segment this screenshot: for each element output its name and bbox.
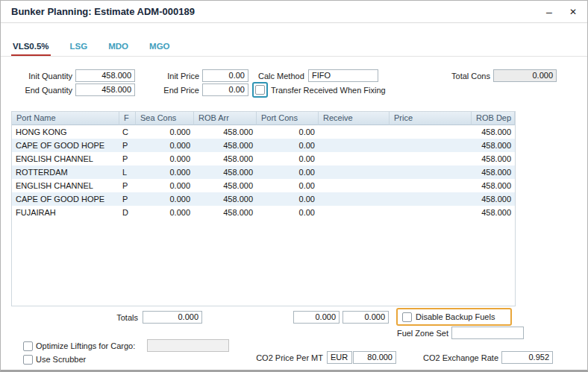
cell-port-name: FUJAIRAH xyxy=(12,206,119,219)
minimize-icon[interactable]: – xyxy=(538,1,560,23)
cell-port-name: HONG KONG xyxy=(12,125,119,139)
use-scrubber-label: Use Scrubber xyxy=(36,353,86,366)
cell-rob-dep: 458.000 xyxy=(472,152,515,165)
total-cons-field: 0.000 xyxy=(493,69,557,82)
totals-label: Totals xyxy=(75,312,138,324)
cell-f: D xyxy=(119,206,136,219)
col-header-receive[interactable]: Receive xyxy=(319,112,390,125)
cell-price xyxy=(390,206,472,219)
cell-price xyxy=(390,165,472,179)
calc-method-field[interactable]: FIFO xyxy=(308,69,378,82)
cell-rob-dep: 458.000 xyxy=(472,206,515,219)
co2-price-field[interactable]: 80.000 xyxy=(353,351,396,364)
cell-rob-arr: 458.000 xyxy=(194,165,257,179)
col-header-port-name[interactable]: Port Name xyxy=(12,112,119,125)
transfer-received-highlight xyxy=(252,82,268,98)
disable-backup-fuels-checkbox[interactable] xyxy=(402,312,412,322)
tab-vls05[interactable]: VLS0.5% xyxy=(11,42,51,56)
cell-port-cons: 0.00 xyxy=(257,179,319,192)
col-header-price[interactable]: Price xyxy=(390,112,472,125)
bunker-ports-table: Port Name F Sea Cons ROB Arr Port Cons R… xyxy=(11,111,516,306)
tab-mdo[interactable]: MDO xyxy=(107,42,130,56)
cell-rob-dep: 458.000 xyxy=(472,139,515,152)
cell-rob-arr: 458.000 xyxy=(194,192,257,206)
cell-price xyxy=(390,192,472,206)
cell-f: P xyxy=(119,139,136,152)
fuel-zone-set-field[interactable] xyxy=(451,327,524,339)
cell-price xyxy=(390,152,472,165)
cell-port-name: ENGLISH CHANNEL xyxy=(12,152,119,165)
optimize-liftings-label: Optimize Liftings for Cargo: xyxy=(36,340,135,353)
cell-rob-arr: 458.000 xyxy=(194,125,257,139)
transfer-received-label: Transfer Received When Fixing xyxy=(271,84,386,97)
bunker-planning-dialog: Bunker Planning: Estimate ADM-000189 – ✕… xyxy=(0,0,588,372)
cell-sea-cons: 0.000 xyxy=(136,152,194,165)
col-header-f[interactable]: F xyxy=(119,112,136,125)
dialog-title: Bunker Planning: Estimate ADM-000189 xyxy=(11,1,195,23)
cell-receive xyxy=(319,125,390,139)
cell-sea-cons: 0.000 xyxy=(136,165,194,179)
table-row[interactable]: FUJAIRAH D 0.000 458.000 0.00 458.000 xyxy=(12,206,515,219)
fuel-zone-set-label: Fuel Zone Set xyxy=(374,327,448,340)
cell-rob-arr: 458.000 xyxy=(194,139,257,152)
init-price-label: Init Price xyxy=(150,70,199,83)
totals-port-cons-field: 0.000 xyxy=(293,311,340,324)
cell-port-cons: 0.00 xyxy=(257,206,319,219)
table-header-row: Port Name F Sea Cons ROB Arr Port Cons R… xyxy=(12,112,515,125)
cell-f: C xyxy=(119,125,136,139)
cell-port-cons: 0.00 xyxy=(257,125,319,139)
end-price-field[interactable]: 0.00 xyxy=(202,83,248,96)
disable-backup-fuels-highlight: Disable Backup Fuels xyxy=(396,308,512,326)
cell-price xyxy=(390,179,472,192)
cell-port-name: CAPE OF GOOD HOPE xyxy=(12,139,119,152)
close-icon[interactable]: ✕ xyxy=(562,1,584,23)
table-row[interactable]: ENGLISH CHANNEL P 0.000 458.000 0.00 458… xyxy=(12,152,515,165)
total-cons-label: Total Cons xyxy=(434,70,490,83)
end-quantity-field[interactable]: 458.000 xyxy=(75,83,135,96)
use-scrubber-checkbox[interactable] xyxy=(23,355,33,365)
cell-f: P xyxy=(119,179,136,192)
col-header-port-cons[interactable]: Port Cons xyxy=(257,112,319,125)
cell-rob-arr: 458.000 xyxy=(194,206,257,219)
cell-price xyxy=(390,139,472,152)
cell-sea-cons: 0.000 xyxy=(136,179,194,192)
co2-price-label: CO2 Price Per MT xyxy=(254,352,323,365)
table-row[interactable]: ENGLISH CHANNEL P 0.000 458.000 0.00 458… xyxy=(12,179,515,192)
cell-port-name: CAPE OF GOOD HOPE xyxy=(12,192,119,206)
cell-port-cons: 0.00 xyxy=(257,139,319,152)
cell-port-name: ENGLISH CHANNEL xyxy=(12,179,119,192)
cell-rob-dep: 458.000 xyxy=(472,125,515,139)
tab-mgo[interactable]: MGO xyxy=(148,42,171,56)
cell-receive xyxy=(319,179,390,192)
fuel-tabs: VLS0.5% LSG MDO MGO xyxy=(11,42,172,56)
table-row[interactable]: ROTTERDAM L 0.000 458.000 0.00 458.000 xyxy=(12,165,515,179)
table-row[interactable]: CAPE OF GOOD HOPE P 0.000 458.000 0.00 4… xyxy=(12,192,515,206)
cell-f: P xyxy=(119,152,136,165)
co2-exchange-rate-field[interactable]: 0.952 xyxy=(501,351,553,364)
cell-receive xyxy=(319,152,390,165)
col-header-sea-cons[interactable]: Sea Cons xyxy=(136,112,194,125)
cell-port-cons: 0.00 xyxy=(257,192,319,206)
totals-sea-cons-field: 0.000 xyxy=(143,311,202,324)
optimize-liftings-checkbox[interactable] xyxy=(23,341,33,351)
optimize-liftings-field xyxy=(147,339,229,352)
cell-receive xyxy=(319,206,390,219)
co2-currency-field[interactable]: EUR xyxy=(327,351,352,364)
transfer-received-checkbox[interactable] xyxy=(255,85,265,95)
cell-receive xyxy=(319,192,390,206)
cell-rob-arr: 458.000 xyxy=(194,179,257,192)
table-row[interactable]: HONG KONG C 0.000 458.000 0.00 458.000 xyxy=(12,125,515,139)
co2-exchange-rate-label: CO2 Exchange Rate xyxy=(422,352,498,365)
col-header-rob-dep[interactable]: ROB Dep xyxy=(472,112,515,125)
init-price-field[interactable]: 0.00 xyxy=(202,69,248,82)
init-quantity-label: Init Quantity xyxy=(16,70,72,83)
table-row[interactable]: CAPE OF GOOD HOPE P 0.000 458.000 0.00 4… xyxy=(12,139,515,152)
cell-f: L xyxy=(119,165,136,179)
cell-port-cons: 0.00 xyxy=(257,152,319,165)
init-quantity-field[interactable]: 458.000 xyxy=(75,69,135,82)
col-header-rob-arr[interactable]: ROB Arr xyxy=(194,112,257,125)
cell-sea-cons: 0.000 xyxy=(136,125,194,139)
tab-lsg[interactable]: LSG xyxy=(69,42,90,56)
cell-port-name: ROTTERDAM xyxy=(12,165,119,179)
cell-rob-dep: 458.000 xyxy=(472,165,515,179)
